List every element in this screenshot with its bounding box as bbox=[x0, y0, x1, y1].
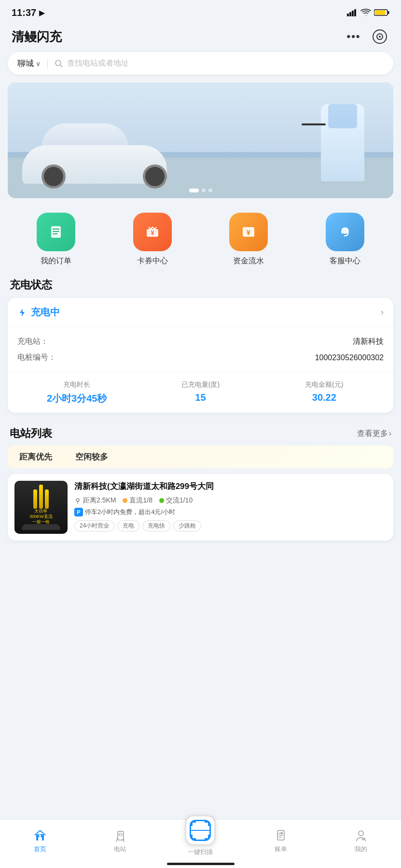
station-tags: 24小时营业 充电 充电快 少跳枪 bbox=[74, 520, 387, 531]
charging-card: 充电中 › 充电站： 清新科技 电桩编号： 1000230526000302 充… bbox=[8, 298, 393, 413]
mine-icon bbox=[353, 827, 369, 843]
quick-action-service[interactable]: 客服中心 bbox=[326, 213, 364, 266]
distance-text: 距离2.5KM bbox=[83, 496, 116, 505]
pile-number: 1000230526000302 bbox=[315, 353, 384, 362]
ac-text: 交流1/10 bbox=[166, 496, 193, 505]
station-name-0: 清新科技(文瀛湖街道太和路299号大同 bbox=[74, 481, 387, 492]
station-name: 清新科技 bbox=[353, 337, 384, 347]
amount-label: 充电金额(元) bbox=[305, 380, 343, 389]
service-label: 客服中心 bbox=[330, 256, 360, 266]
filter-tabs: 距离优先 空闲较多 bbox=[8, 446, 393, 468]
svg-rect-6 bbox=[388, 11, 389, 14]
energy-label: 已充电量(度) bbox=[181, 380, 220, 389]
charging-info: 充电站： 清新科技 电桩编号： 1000230526000302 bbox=[8, 327, 393, 372]
svg-rect-3 bbox=[354, 9, 356, 16]
dc-item: 直流1/8 bbox=[123, 496, 152, 505]
more-button[interactable]: ••• bbox=[344, 27, 363, 46]
search-bar[interactable]: 聊城 ∨ 查找电站或者地址 bbox=[8, 52, 393, 75]
lightning-icon bbox=[17, 308, 27, 317]
cards-icon: ¥ bbox=[133, 213, 172, 251]
pile-row: 电桩编号： 1000230526000302 bbox=[17, 350, 384, 366]
station-icon bbox=[112, 827, 128, 843]
nav-scan[interactable]: 一键扫描 bbox=[181, 825, 220, 856]
mine-label: 我的 bbox=[355, 845, 367, 854]
funds-label: 资金流水 bbox=[233, 256, 264, 266]
station-list-title: 电站列表 bbox=[10, 426, 52, 441]
banner-dot-1 bbox=[189, 189, 199, 192]
search-placeholder: 查找电站或者地址 bbox=[67, 58, 129, 68]
orders-icon bbox=[37, 213, 75, 251]
quick-actions: 我的订单 ¥ 卡券中心 ¥ 资金流水 bbox=[0, 208, 401, 276]
wifi-icon bbox=[360, 9, 371, 16]
tag-fast: 充电快 bbox=[142, 520, 170, 531]
quick-action-cards[interactable]: ¥ 卡券中心 bbox=[133, 213, 172, 266]
location-selector[interactable]: 聊城 ∨ bbox=[17, 58, 41, 69]
stat-duration: 充电时长 2小时3分45秒 bbox=[17, 380, 136, 405]
station-meta-0: 距离2.5KM 直流1/8 交流1/10 bbox=[74, 496, 387, 505]
charging-arrow-icon: › bbox=[381, 307, 384, 317]
duration-value: 2小时3分45秒 bbox=[47, 392, 107, 405]
status-bar: 11:37 ▶ bbox=[0, 0, 401, 23]
filter-distance[interactable]: 距离优先 bbox=[8, 446, 64, 468]
svg-text:¥: ¥ bbox=[247, 228, 251, 236]
banner-dot-2 bbox=[202, 189, 206, 192]
see-more-button[interactable]: 查看更多 › bbox=[357, 429, 391, 439]
station-row: 充电站： 清新科技 bbox=[17, 334, 384, 350]
station-image: 大功率 300KW直流 一桩一枪 bbox=[14, 481, 68, 534]
distance-item: 距离2.5KM bbox=[74, 496, 116, 505]
funds-icon: ¥ bbox=[229, 213, 268, 251]
station-label: 电站 bbox=[114, 845, 126, 854]
bill-icon bbox=[273, 827, 289, 843]
quick-action-orders[interactable]: 我的订单 bbox=[37, 213, 75, 266]
chevron-right-icon: › bbox=[389, 429, 391, 438]
search-input-area[interactable]: 查找电站或者地址 bbox=[55, 58, 384, 68]
duration-label: 充电时长 bbox=[63, 380, 90, 389]
orders-label: 我的订单 bbox=[41, 256, 71, 266]
chevron-down-icon: ∨ bbox=[36, 60, 41, 68]
cards-label: 卡券中心 bbox=[137, 256, 168, 266]
status-icons bbox=[347, 9, 389, 16]
signal-icon bbox=[347, 9, 358, 16]
svg-text:¥: ¥ bbox=[151, 229, 154, 236]
scan-circle-icon bbox=[372, 29, 387, 44]
ac-item: 交流1/10 bbox=[159, 496, 193, 505]
svg-line-11 bbox=[60, 65, 63, 67]
dc-text: 直流1/8 bbox=[129, 496, 152, 505]
tag-charge: 充电 bbox=[117, 520, 139, 531]
app-title: 清鳗闪充 bbox=[12, 28, 62, 45]
filter-idle[interactable]: 空闲较多 bbox=[64, 446, 120, 468]
stat-energy: 已充电量(度) 15 bbox=[141, 380, 260, 405]
nav-mine[interactable]: 我的 bbox=[342, 827, 380, 854]
bill-label: 账单 bbox=[275, 845, 287, 854]
pile-label: 电桩编号： bbox=[17, 353, 56, 363]
energy-value: 15 bbox=[195, 392, 206, 403]
home-indicator bbox=[167, 863, 235, 865]
service-icon bbox=[326, 213, 364, 251]
nav-home[interactable]: 首页 bbox=[21, 827, 59, 854]
station-list-header: 电站列表 查看更多 › bbox=[0, 422, 401, 446]
status-time: 11:37 bbox=[12, 7, 36, 18]
svg-rect-26 bbox=[119, 833, 122, 836]
banner-dot-3 bbox=[208, 189, 212, 192]
station-info: 清新科技(文瀛湖街道太和路299号大同 距离2.5KM 直流1/8 交流1/10 bbox=[74, 481, 387, 534]
nav-bill[interactable]: 账单 bbox=[262, 827, 300, 854]
parking-text: 停车2小时内免费，超出4元/小时 bbox=[85, 508, 175, 516]
search-icon bbox=[55, 59, 63, 68]
scan-label: 一键扫描 bbox=[188, 848, 213, 856]
nav-bar: 清鳗闪充 ••• bbox=[0, 23, 401, 52]
charging-header[interactable]: 充电中 › bbox=[8, 298, 393, 327]
battery-icon bbox=[374, 9, 389, 16]
amount-value: 30.22 bbox=[312, 392, 336, 403]
svg-point-9 bbox=[379, 36, 381, 38]
svg-rect-0 bbox=[347, 14, 349, 16]
charging-title: 充电状态 bbox=[10, 278, 52, 292]
station-card-0[interactable]: 大功率 300KW直流 一桩一枪 清新科技(文瀛湖街道太和路299号大同 距离2… bbox=[8, 474, 393, 541]
svg-rect-5 bbox=[375, 11, 386, 15]
svg-point-23 bbox=[76, 499, 79, 502]
quick-action-funds[interactable]: ¥ 资金流水 bbox=[229, 213, 268, 266]
scan-button[interactable] bbox=[185, 815, 216, 846]
nav-station[interactable]: 电站 bbox=[101, 827, 139, 854]
scan-header-button[interactable] bbox=[370, 27, 389, 46]
stat-amount: 充电金额(元) 30.22 bbox=[265, 380, 384, 405]
svg-rect-2 bbox=[352, 11, 354, 16]
